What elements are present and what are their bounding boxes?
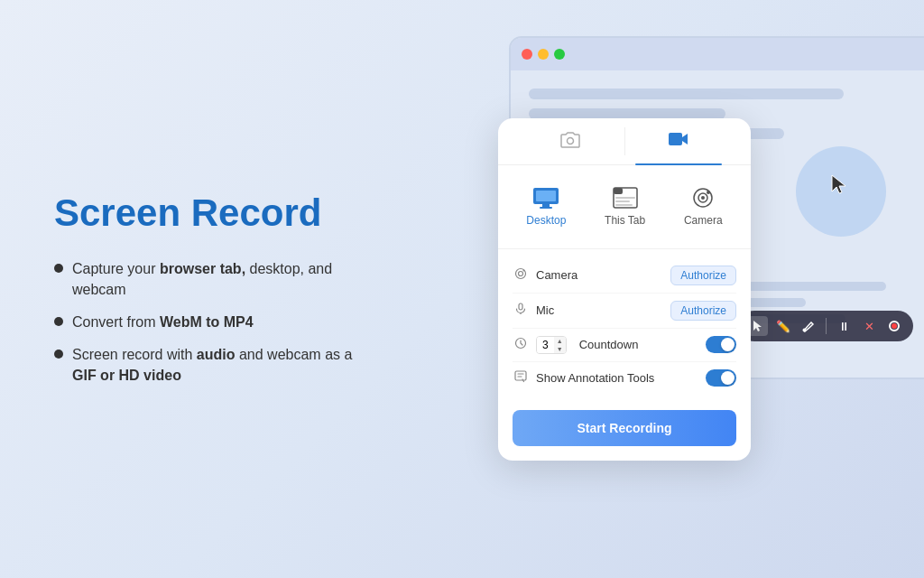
- bullet-item-1: Capture your browser tab, desktop, and w…: [54, 259, 361, 300]
- countdown-arrows: ▲ ▼: [554, 337, 566, 353]
- close-tool-icon[interactable]: ✕: [859, 316, 879, 336]
- svg-point-3: [567, 137, 573, 144]
- mic-setting-icon: [513, 303, 529, 318]
- annotation-icon: [513, 370, 529, 386]
- right-panel: ✏️ ⏸ ✕: [379, 0, 924, 578]
- source-camera-label: Camera: [684, 214, 723, 227]
- svg-rect-10: [614, 188, 623, 194]
- svg-rect-7: [542, 204, 550, 207]
- source-tab-label: This Tab: [605, 214, 645, 227]
- svg-rect-21: [519, 303, 522, 310]
- clock-icon: [513, 337, 529, 352]
- countdown-up-button[interactable]: ▲: [554, 337, 566, 345]
- svg-rect-6: [536, 191, 556, 201]
- popup-tabs: [498, 118, 751, 165]
- svg-rect-11: [615, 197, 635, 199]
- browser-content-line: [529, 89, 844, 99]
- mic-setting-row: Mic Authorize: [513, 294, 736, 329]
- traffic-light-green: [554, 49, 565, 60]
- svg-point-16: [701, 196, 705, 200]
- svg-point-17: [707, 191, 710, 194]
- left-panel: Screen Record Capture your browser tab, …: [0, 156, 379, 422]
- svg-rect-4: [669, 133, 682, 145]
- source-desktop[interactable]: Desktop: [515, 180, 577, 234]
- source-desktop-label: Desktop: [526, 214, 566, 227]
- pause-tool-icon[interactable]: ⏸: [834, 316, 854, 336]
- pencil-tool-icon[interactable]: ✏️: [773, 316, 793, 336]
- bullet-item-3: Screen record with audio and webcam as a…: [54, 345, 361, 386]
- bullet-item-2: Convert from WebM to MP4: [54, 312, 361, 332]
- toolbar-divider: [826, 318, 827, 334]
- traffic-light-yellow: [538, 49, 549, 60]
- source-options: Desktop This Tab Ca: [498, 165, 751, 249]
- tab-screenshot[interactable]: [516, 118, 624, 164]
- countdown-control: 3 ▲ ▼: [536, 336, 567, 354]
- source-this-tab[interactable]: This Tab: [594, 180, 656, 234]
- feature-list: Capture your browser tab, desktop, and w…: [54, 259, 361, 386]
- tab-icon: [613, 187, 638, 209]
- mic-label: Mic: [536, 303, 663, 317]
- page-title: Screen Record: [54, 192, 361, 234]
- settings-section: Camera Authorize Mic Authorize 3: [498, 249, 751, 403]
- svg-point-0: [803, 329, 807, 332]
- browser-titlebar: [511, 38, 924, 70]
- camera-setting-icon: [513, 267, 529, 283]
- countdown-setting-row: 3 ▲ ▼ Countdown: [513, 329, 736, 362]
- svg-rect-24: [515, 371, 526, 380]
- source-camera[interactable]: Camera: [673, 180, 734, 234]
- cursor-tool-icon[interactable]: [748, 316, 768, 336]
- desktop-icon: [532, 187, 559, 209]
- bullet-dot: [54, 317, 63, 326]
- countdown-down-button[interactable]: ▼: [554, 345, 566, 353]
- countdown-label: Countdown: [579, 338, 698, 351]
- bullet-dot: [54, 264, 63, 273]
- camera-label: Camera: [536, 268, 663, 282]
- svg-point-19: [519, 272, 523, 276]
- record-tool-icon[interactable]: [884, 316, 904, 336]
- start-recording-button[interactable]: Start Recording: [513, 410, 736, 446]
- bullet-text-2: Convert from WebM to MP4: [72, 312, 254, 332]
- bullet-text-3: Screen record with audio and webcam as a…: [72, 345, 361, 386]
- browser-annotation-toolbar: ✏️ ⏸ ✕: [739, 311, 913, 341]
- svg-rect-13: [615, 204, 633, 206]
- annotation-label: Show Annotation Tools: [536, 371, 698, 385]
- cursor-icon: [830, 173, 850, 202]
- camera-icon: [560, 131, 580, 154]
- bullet-text-1: Capture your browser tab, desktop, and w…: [72, 259, 361, 300]
- countdown-number: 3 ▲ ▼: [536, 336, 567, 354]
- svg-rect-8: [540, 207, 552, 209]
- countdown-value: 3: [537, 337, 554, 353]
- screen-record-popup: Desktop This Tab Ca: [498, 118, 751, 461]
- mic-authorize-button[interactable]: Authorize: [670, 301, 736, 321]
- video-icon: [668, 131, 689, 152]
- annotation-setting-row: Show Annotation Tools: [513, 362, 736, 394]
- svg-rect-12: [615, 200, 630, 202]
- bullet-dot: [54, 350, 63, 359]
- traffic-light-red: [522, 49, 532, 60]
- svg-point-2: [892, 323, 897, 329]
- annotation-toggle[interactable]: [706, 369, 736, 387]
- brush-tool-icon[interactable]: [799, 316, 818, 336]
- camera-authorize-button[interactable]: Authorize: [670, 266, 736, 285]
- tab-video[interactable]: [625, 118, 734, 164]
- camera-source-icon: [690, 187, 716, 209]
- countdown-toggle[interactable]: [706, 336, 736, 353]
- camera-setting-row: Camera Authorize: [513, 258, 736, 294]
- svg-point-20: [523, 270, 525, 272]
